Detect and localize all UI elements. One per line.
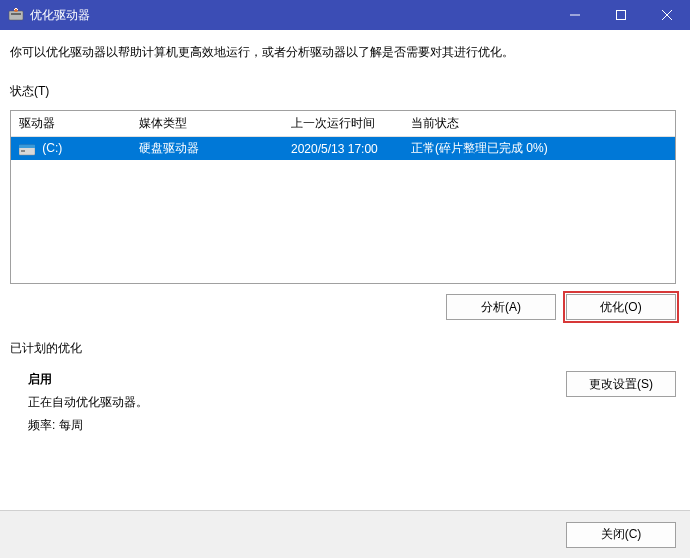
header-drive[interactable]: 驱动器 (11, 111, 131, 137)
titlebar: 优化驱动器 (0, 0, 690, 30)
drive-table: 驱动器 媒体类型 上一次运行时间 当前状态 (11, 111, 675, 160)
cell-status: 正常(碎片整理已完成 0%) (403, 137, 675, 161)
cell-drive: (C:) (11, 137, 131, 161)
table-header-row: 驱动器 媒体类型 上一次运行时间 当前状态 (11, 111, 675, 137)
header-media[interactable]: 媒体类型 (131, 111, 283, 137)
cell-media: 硬盘驱动器 (131, 137, 283, 161)
bottom-bar: 关闭(C) (0, 510, 690, 558)
action-button-row: 分析(A) 优化(O) (10, 294, 676, 320)
minimize-button[interactable] (552, 0, 598, 30)
content-area: 你可以优化驱动器以帮助计算机更高效地运行，或者分析驱动器以了解是否需要对其进行优… (0, 30, 690, 434)
maximize-button[interactable] (598, 0, 644, 30)
analyze-button[interactable]: 分析(A) (446, 294, 556, 320)
status-label: 状态(T) (10, 83, 676, 100)
svg-rect-4 (617, 11, 626, 20)
optimize-button[interactable]: 优化(O) (566, 294, 676, 320)
svg-rect-8 (19, 145, 35, 148)
scheduled-status: 启用 (28, 371, 148, 388)
cell-lastrun: 2020/5/13 17:00 (283, 137, 403, 161)
app-icon (8, 7, 24, 23)
scheduled-section: 已计划的优化 启用 正在自动优化驱动器。 频率: 每周 更改设置(S) (10, 340, 676, 434)
drive-list[interactable]: 驱动器 媒体类型 上一次运行时间 当前状态 (10, 110, 676, 284)
svg-rect-0 (9, 11, 23, 20)
header-status[interactable]: 当前状态 (403, 111, 675, 137)
scheduled-description: 正在自动优化驱动器。 (28, 394, 148, 411)
scheduled-info: 启用 正在自动优化驱动器。 频率: 每周 (10, 371, 148, 434)
scheduled-frequency: 频率: 每周 (28, 417, 148, 434)
close-dialog-button[interactable]: 关闭(C) (566, 522, 676, 548)
svg-rect-1 (11, 13, 21, 15)
close-button[interactable] (644, 0, 690, 30)
drive-name: (C:) (42, 141, 62, 155)
header-lastrun[interactable]: 上一次运行时间 (283, 111, 403, 137)
drive-icon (19, 142, 35, 156)
change-settings-button[interactable]: 更改设置(S) (566, 371, 676, 397)
window-title: 优化驱动器 (30, 7, 552, 24)
table-row[interactable]: (C:) 硬盘驱动器 2020/5/13 17:00 正常(碎片整理已完成 0%… (11, 137, 675, 161)
window-controls (552, 0, 690, 30)
description-text: 你可以优化驱动器以帮助计算机更高效地运行，或者分析驱动器以了解是否需要对其进行优… (10, 44, 676, 61)
svg-rect-9 (21, 150, 25, 152)
scheduled-body: 启用 正在自动优化驱动器。 频率: 每周 更改设置(S) (10, 371, 676, 434)
scheduled-title: 已计划的优化 (10, 340, 676, 357)
